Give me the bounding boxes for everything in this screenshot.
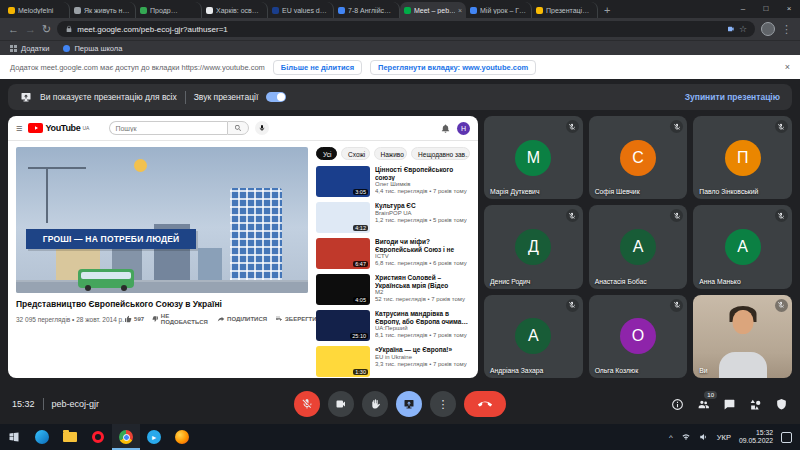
window-close-button[interactable]: × [778, 0, 800, 18]
video-thumbnail[interactable]: 6:47 [316, 238, 370, 269]
yt-search-button[interactable] [227, 121, 249, 135]
stop-sharing-button[interactable]: Більше не ділитися [273, 60, 362, 75]
taskbar-firefox-icon[interactable] [168, 424, 196, 450]
browser-tab-4[interactable]: Харків: осв… [202, 2, 268, 18]
language-indicator[interactable]: УКР [717, 433, 731, 442]
recommended-video-6[interactable]: 1:30 «Україна — це Європа!»EU in Ukraine… [316, 346, 470, 377]
browser-tab-9[interactable]: Презентаці… [532, 2, 598, 18]
people-button[interactable]: 10 [697, 398, 710, 411]
participant-grid: М Марія Дуткевич С Софія Шевчик П Павло … [484, 116, 792, 378]
tab-close-icon[interactable]: × [458, 7, 462, 14]
bookmark-apps[interactable]: Додатки [10, 44, 49, 53]
recommended-video-2[interactable]: 4:12 Культура ЄСBrainPOP UA1,2 тис. пере… [316, 202, 470, 233]
browser-menu-icon[interactable]: ⋮ [781, 18, 792, 40]
participant-tile-6[interactable]: А Анна Манько [693, 205, 792, 288]
taskbar-edge-icon[interactable] [28, 424, 56, 450]
address-bar[interactable]: meet.google.com/peb-ecoj-gjr?authuser=1 … [57, 21, 755, 37]
forward-button[interactable]: → [25, 18, 36, 40]
participant-tile-5[interactable]: А Анастасія Бобас [589, 205, 688, 288]
chip-related[interactable]: Схожі [341, 147, 369, 160]
recommended-video-3[interactable]: 6:47 Вигоди чи міфи? Європейський Союз і… [316, 238, 470, 269]
tab-capture-camera-icon[interactable] [727, 25, 735, 33]
recommended-video-4[interactable]: 4:05 Християн Соловей – Українська мрія … [316, 274, 470, 305]
participant-tile-7[interactable]: А Андріана Захара [484, 295, 583, 378]
browser-tab-meet-active[interactable]: Meet – peb…× [400, 2, 466, 18]
start-button[interactable] [0, 424, 28, 450]
tab-label: Melodyfelni [18, 7, 65, 14]
new-tab-button[interactable]: + [598, 2, 616, 18]
video-thumbnail[interactable]: 3:05 [316, 166, 370, 197]
url-text: meet.google.com/peb-ecoj-gjr?authuser=1 [77, 25, 723, 34]
video-player[interactable]: ГРОШІ — НА ПОТРЕБИ ЛЮДЕЙ [16, 147, 308, 293]
dislike-button[interactable]: НЕ ПОДОБАЄТЬСЯ [152, 313, 209, 325]
meet-app: Ви показуєте презентацію для всіх Звук п… [0, 79, 800, 424]
yt-search-input[interactable] [109, 121, 227, 135]
video-thumbnail[interactable]: 4:12 [316, 202, 370, 233]
window-minimize-button[interactable]: – [732, 0, 754, 18]
present-button[interactable] [396, 391, 422, 417]
back-button[interactable]: ← [8, 18, 19, 40]
taskbar-file-explorer-icon[interactable] [56, 424, 84, 450]
yt-voice-search-button[interactable] [255, 121, 269, 135]
wifi-icon[interactable] [681, 432, 691, 442]
mic-button[interactable] [294, 391, 320, 417]
browser-tab-2[interactable]: Як живуть н… [70, 2, 136, 18]
tab-favicon [74, 7, 81, 14]
tray-expand-icon[interactable]: ^ [669, 433, 673, 442]
taskbar-chrome-icon[interactable] [112, 424, 140, 450]
participant-tile-1[interactable]: М Марія Дуткевич [484, 116, 583, 199]
chip-all[interactable]: Усі [316, 147, 337, 160]
yt-notifications-icon[interactable] [440, 123, 451, 134]
youtube-logo[interactable]: YouTubeUA [28, 123, 89, 133]
participant-name: Ви [699, 367, 707, 374]
view-shared-tab-button[interactable]: Переглянути вкладку: www.youtube.com [370, 60, 536, 75]
share-button[interactable]: ПОДІЛИТИСЯ [217, 315, 267, 323]
mic-muted-icon [566, 209, 579, 222]
video-caption-banner: ГРОШІ — НА ПОТРЕБИ ЛЮДЕЙ [26, 229, 196, 249]
meeting-details-button[interactable] [671, 398, 684, 411]
browser-tab-6[interactable]: 7-8 Англійс… [334, 2, 400, 18]
raise-hand-button[interactable] [362, 391, 388, 417]
participant-tile-4[interactable]: Д Денис Родич [484, 205, 583, 288]
taskbar-opera-icon[interactable] [84, 424, 112, 450]
participant-tile-8[interactable]: О Ольга Козлюк [589, 295, 688, 378]
reload-button[interactable]: ↻ [42, 18, 51, 40]
action-center-icon[interactable] [781, 432, 792, 443]
recommended-video-5[interactable]: 25:10 Катрусина мандрівка в Європу, або … [316, 310, 470, 341]
video-thumbnail[interactable]: 25:10 [316, 310, 370, 341]
stop-presentation-link[interactable]: Зупинити презентацію [685, 92, 780, 102]
recommended-video-1[interactable]: 3:05 Цінності Європейського союзуОлег Ши… [316, 166, 470, 197]
chat-button[interactable] [723, 398, 736, 411]
chip-recent[interactable]: Нещодавно зав… [411, 147, 470, 160]
taskbar-telegram-icon[interactable]: ▸ [140, 424, 168, 450]
leave-call-button[interactable] [464, 391, 506, 417]
browser-tab-1[interactable]: Melodyfelni [4, 2, 70, 18]
presentation-audio-toggle[interactable] [266, 92, 286, 102]
video-thumbnail[interactable]: 4:05 [316, 274, 370, 305]
participant-tile-3[interactable]: П Павло Зінковський [693, 116, 792, 199]
chip-live[interactable]: Наживо [374, 147, 408, 160]
video-thumbnail[interactable]: 1:30 [316, 346, 370, 377]
browser-tab-3[interactable]: Продр… [136, 2, 202, 18]
yt-avatar[interactable]: Н [457, 122, 470, 135]
video-channel: EU in Ukraine [375, 354, 467, 361]
host-controls-button[interactable] [775, 398, 788, 411]
self-video-tile[interactable]: Ви [693, 295, 792, 378]
bookmark-favicon [63, 45, 70, 52]
camera-button[interactable] [328, 391, 354, 417]
taskbar-clock[interactable]: 15:32 09.05.2022 [739, 429, 773, 445]
more-options-button[interactable]: ⋮ [430, 391, 456, 417]
activities-button[interactable] [749, 398, 762, 411]
window-maximize-button[interactable]: □ [755, 0, 777, 18]
yt-menu-icon[interactable]: ≡ [16, 122, 22, 134]
browser-tab-5[interactable]: EU values d… [268, 2, 334, 18]
browser-tab-8[interactable]: Мій урок – Г… [466, 2, 532, 18]
bookmark-star-icon[interactable]: ☆ [739, 24, 747, 34]
bookmark-school[interactable]: Перша школа [63, 44, 122, 53]
save-button[interactable]: ЗБЕРЕГТИ [275, 315, 316, 323]
participant-tile-2[interactable]: С Софія Шевчик [589, 116, 688, 199]
profile-avatar[interactable] [761, 22, 775, 36]
like-button[interactable]: 597 [124, 315, 144, 323]
volume-icon[interactable] [699, 432, 709, 442]
notice-close-icon[interactable]: × [785, 62, 790, 72]
